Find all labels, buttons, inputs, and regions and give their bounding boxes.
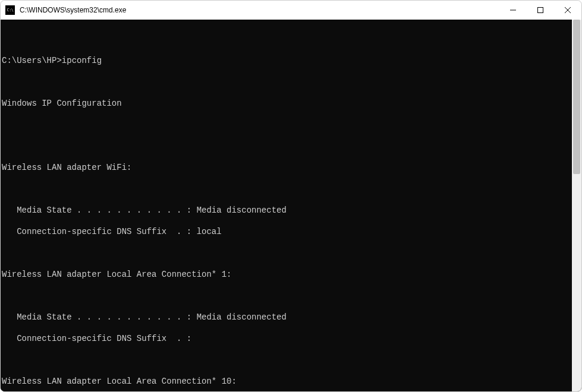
media-state: Media State . . . . . . . . . . . : Medi… xyxy=(2,205,570,216)
blank-line xyxy=(2,290,570,301)
blank-line xyxy=(2,34,570,45)
blank-line xyxy=(2,248,570,258)
window-controls xyxy=(499,1,581,20)
scrollbar-thumb[interactable] xyxy=(573,20,580,174)
blank-line xyxy=(2,184,570,194)
cmd-icon: C:\ xyxy=(5,5,15,15)
vertical-scrollbar[interactable] xyxy=(572,20,581,391)
adapter-title: Wireless LAN adapter WiFi: xyxy=(2,162,570,173)
blank-line xyxy=(2,119,570,130)
terminal-wrap: C:\Users\HP>ipconfig Windows IP Configur… xyxy=(1,20,581,391)
terminal-output[interactable]: C:\Users\HP>ipconfig Windows IP Configur… xyxy=(1,20,572,391)
blank-line xyxy=(2,77,570,87)
minimize-button[interactable] xyxy=(499,1,527,20)
window-title: C:\WINDOWS\system32\cmd.exe xyxy=(20,6,499,14)
ipconfig-header: Windows IP Configuration xyxy=(2,98,570,109)
blank-line xyxy=(2,141,570,151)
maximize-button[interactable] xyxy=(527,1,554,20)
titlebar: C:\ C:\WINDOWS\system32\cmd.exe xyxy=(1,1,581,20)
adapter-title: Wireless LAN adapter Local Area Connecti… xyxy=(2,269,570,280)
media-state: Media State . . . . . . . . . . . : Medi… xyxy=(2,312,570,323)
svg-rect-1 xyxy=(538,8,543,13)
dns-suffix: Connection-specific DNS Suffix . : local xyxy=(2,226,570,237)
dns-suffix: Connection-specific DNS Suffix . : xyxy=(2,333,570,344)
blank-line xyxy=(2,355,570,365)
adapter-title: Wireless LAN adapter Local Area Connecti… xyxy=(2,376,570,387)
prompt-line: C:\Users\HP>ipconfig xyxy=(2,55,570,66)
close-button[interactable] xyxy=(554,1,581,20)
